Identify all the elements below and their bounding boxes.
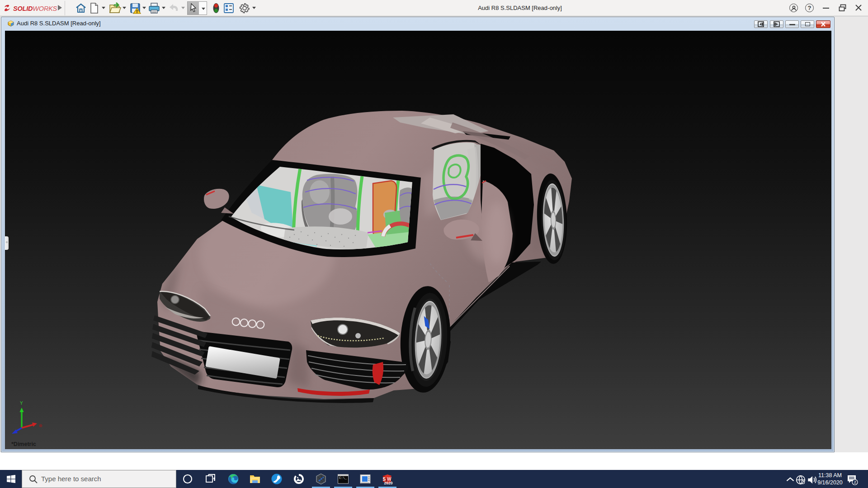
svg-text:2020: 2020: [384, 481, 393, 485]
svg-text:2: 2: [854, 480, 856, 484]
svg-text:Y: Y: [20, 401, 23, 406]
svg-text:C:\_: C:\_: [339, 476, 347, 480]
